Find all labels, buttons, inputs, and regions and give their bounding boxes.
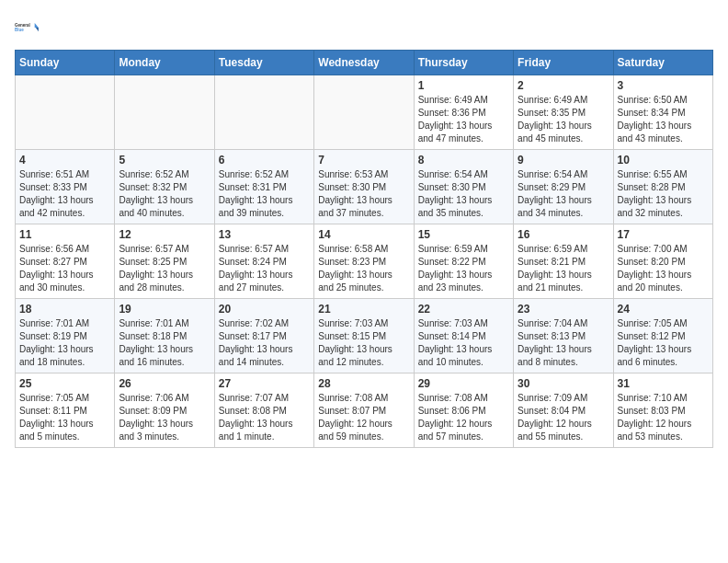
day-cell: 9Sunrise: 6:54 AMSunset: 8:29 PMDaylight… [514, 150, 613, 224]
day-info: Sunrise: 6:54 AMSunset: 8:29 PMDaylight:… [518, 168, 609, 220]
svg-text:Blue: Blue [15, 28, 24, 32]
day-info: Sunrise: 6:51 AMSunset: 8:33 PMDaylight:… [19, 168, 110, 220]
day-info: Sunrise: 7:08 AMSunset: 8:06 PMDaylight:… [418, 392, 509, 443]
day-cell: 16Sunrise: 6:59 AMSunset: 8:21 PMDayligh… [514, 224, 613, 299]
day-cell: 10Sunrise: 6:55 AMSunset: 8:28 PMDayligh… [613, 150, 712, 224]
day-cell: 12Sunrise: 6:57 AMSunset: 8:25 PMDayligh… [115, 224, 214, 299]
day-number: 7 [318, 154, 409, 167]
day-info: Sunrise: 7:00 AMSunset: 8:20 PMDaylight:… [618, 243, 709, 294]
day-cell: 13Sunrise: 6:57 AMSunset: 8:24 PMDayligh… [214, 224, 313, 299]
day-cell: 2Sunrise: 6:49 AMSunset: 8:35 PMDaylight… [514, 75, 613, 150]
day-cell [214, 75, 313, 150]
day-number: 14 [318, 228, 409, 241]
day-info: Sunrise: 6:57 AMSunset: 8:24 PMDaylight:… [219, 243, 310, 294]
week-row-3: 11Sunrise: 6:56 AMSunset: 8:27 PMDayligh… [16, 224, 713, 299]
day-info: Sunrise: 7:09 AMSunset: 8:04 PMDaylight:… [518, 392, 609, 443]
day-number: 6 [219, 154, 310, 167]
day-info: Sunrise: 7:03 AMSunset: 8:14 PMDaylight:… [418, 317, 509, 369]
day-info: Sunrise: 6:50 AMSunset: 8:34 PMDaylight:… [618, 94, 709, 145]
day-cell: 1Sunrise: 6:49 AMSunset: 8:36 PMDaylight… [414, 75, 513, 150]
day-number: 26 [119, 377, 210, 390]
day-cell: 14Sunrise: 6:58 AMSunset: 8:23 PMDayligh… [314, 224, 414, 299]
day-number: 11 [19, 228, 110, 241]
day-number: 4 [19, 154, 110, 167]
day-number: 13 [219, 228, 310, 241]
day-info: Sunrise: 7:07 AMSunset: 8:08 PMDaylight:… [219, 392, 310, 443]
day-number: 31 [618, 377, 709, 390]
col-header-thursday: Thursday [414, 51, 513, 75]
day-cell: 15Sunrise: 6:59 AMSunset: 8:22 PMDayligh… [414, 224, 513, 299]
day-number: 25 [19, 377, 110, 390]
day-number: 15 [418, 228, 509, 241]
day-cell: 3Sunrise: 6:50 AMSunset: 8:34 PMDaylight… [613, 75, 712, 150]
col-header-monday: Monday [115, 51, 214, 75]
day-info: Sunrise: 6:55 AMSunset: 8:28 PMDaylight:… [618, 168, 709, 220]
day-cell: 6Sunrise: 6:52 AMSunset: 8:31 PMDaylight… [214, 150, 313, 224]
day-cell: 8Sunrise: 6:54 AMSunset: 8:30 PMDaylight… [414, 150, 513, 224]
day-number: 2 [518, 79, 609, 92]
day-cell: 26Sunrise: 7:06 AMSunset: 8:09 PMDayligh… [115, 373, 214, 448]
day-cell: 4Sunrise: 6:51 AMSunset: 8:33 PMDaylight… [16, 150, 115, 224]
day-cell: 23Sunrise: 7:04 AMSunset: 8:13 PMDayligh… [514, 299, 613, 373]
day-info: Sunrise: 6:54 AMSunset: 8:30 PMDaylight:… [418, 168, 509, 220]
day-cell: 20Sunrise: 7:02 AMSunset: 8:17 PMDayligh… [214, 299, 313, 373]
day-info: Sunrise: 7:01 AMSunset: 8:18 PMDaylight:… [119, 317, 210, 369]
week-row-5: 25Sunrise: 7:05 AMSunset: 8:11 PMDayligh… [16, 373, 713, 448]
day-number: 22 [418, 303, 509, 316]
day-cell [115, 75, 214, 150]
col-header-wednesday: Wednesday [314, 51, 414, 75]
day-info: Sunrise: 6:57 AMSunset: 8:25 PMDaylight:… [119, 243, 210, 294]
day-number: 28 [318, 377, 409, 390]
day-cell: 5Sunrise: 6:52 AMSunset: 8:32 PMDaylight… [115, 150, 214, 224]
logo: GeneralBlue [15, 15, 40, 40]
day-number: 16 [518, 228, 609, 241]
day-cell: 24Sunrise: 7:05 AMSunset: 8:12 PMDayligh… [613, 299, 712, 373]
day-number: 18 [19, 303, 110, 316]
day-info: Sunrise: 6:59 AMSunset: 8:22 PMDaylight:… [418, 243, 509, 294]
day-cell: 17Sunrise: 7:00 AMSunset: 8:20 PMDayligh… [613, 224, 712, 299]
week-row-4: 18Sunrise: 7:01 AMSunset: 8:19 PMDayligh… [16, 299, 713, 373]
col-header-friday: Friday [514, 51, 613, 75]
day-cell: 25Sunrise: 7:05 AMSunset: 8:11 PMDayligh… [16, 373, 115, 448]
day-cell: 21Sunrise: 7:03 AMSunset: 8:15 PMDayligh… [314, 299, 414, 373]
day-info: Sunrise: 7:04 AMSunset: 8:13 PMDaylight:… [518, 317, 609, 369]
calendar-table: SundayMondayTuesdayWednesdayThursdayFrid… [15, 50, 713, 448]
day-cell: 29Sunrise: 7:08 AMSunset: 8:06 PMDayligh… [414, 373, 513, 448]
day-number: 19 [119, 303, 210, 316]
day-number: 3 [618, 79, 709, 92]
day-info: Sunrise: 7:01 AMSunset: 8:19 PMDaylight:… [19, 317, 110, 369]
day-cell: 19Sunrise: 7:01 AMSunset: 8:18 PMDayligh… [115, 299, 214, 373]
day-info: Sunrise: 7:02 AMSunset: 8:17 PMDaylight:… [219, 317, 310, 369]
day-number: 10 [618, 154, 709, 167]
day-number: 20 [219, 303, 310, 316]
day-cell: 28Sunrise: 7:08 AMSunset: 8:07 PMDayligh… [314, 373, 414, 448]
day-info: Sunrise: 7:06 AMSunset: 8:09 PMDaylight:… [119, 392, 210, 443]
day-cell: 18Sunrise: 7:01 AMSunset: 8:19 PMDayligh… [16, 299, 115, 373]
day-info: Sunrise: 6:49 AMSunset: 8:36 PMDaylight:… [418, 94, 509, 145]
day-number: 9 [518, 154, 609, 167]
day-number: 27 [219, 377, 310, 390]
day-info: Sunrise: 7:10 AMSunset: 8:03 PMDaylight:… [618, 392, 709, 443]
day-info: Sunrise: 6:49 AMSunset: 8:35 PMDaylight:… [518, 94, 609, 145]
day-info: Sunrise: 6:52 AMSunset: 8:31 PMDaylight:… [219, 168, 310, 220]
svg-marker-3 [36, 28, 39, 31]
week-row-2: 4Sunrise: 6:51 AMSunset: 8:33 PMDaylight… [16, 150, 713, 224]
day-cell [314, 75, 414, 150]
day-info: Sunrise: 6:52 AMSunset: 8:32 PMDaylight:… [119, 168, 210, 220]
logo-icon: GeneralBlue [15, 15, 40, 40]
col-header-tuesday: Tuesday [214, 51, 313, 75]
day-cell: 27Sunrise: 7:07 AMSunset: 8:08 PMDayligh… [214, 373, 313, 448]
day-number: 8 [418, 154, 509, 167]
week-row-1: 1Sunrise: 6:49 AMSunset: 8:36 PMDaylight… [16, 75, 713, 150]
day-info: Sunrise: 7:05 AMSunset: 8:12 PMDaylight:… [618, 317, 709, 369]
header: GeneralBlue [15, 15, 713, 40]
day-number: 30 [518, 377, 609, 390]
day-number: 24 [618, 303, 709, 316]
day-info: Sunrise: 7:08 AMSunset: 8:07 PMDaylight:… [318, 392, 409, 443]
day-info: Sunrise: 6:56 AMSunset: 8:27 PMDaylight:… [19, 243, 110, 294]
day-number: 1 [418, 79, 509, 92]
svg-marker-2 [35, 23, 39, 28]
svg-text:General: General [15, 23, 30, 28]
col-header-sunday: Sunday [16, 51, 115, 75]
day-number: 23 [518, 303, 609, 316]
